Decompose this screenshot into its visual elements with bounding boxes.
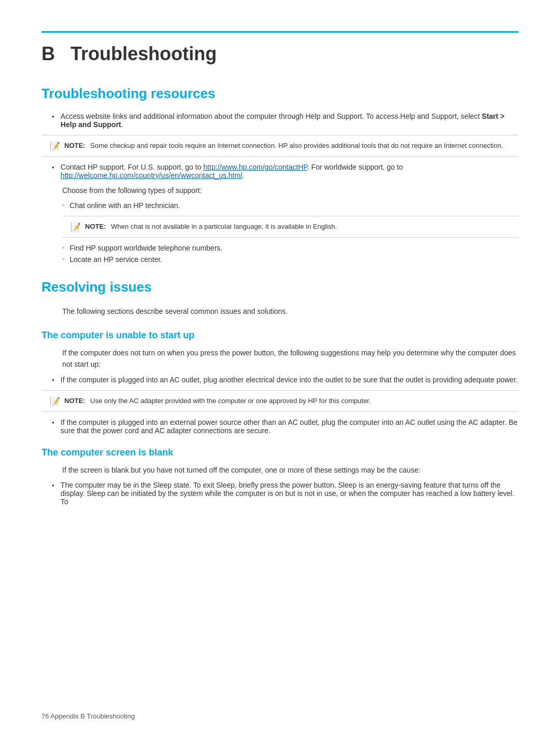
troubleshooting-resources-heading: Troubleshooting resources <box>41 86 519 102</box>
unable-to-start-list: If the computer is plugged into an AC ou… <box>41 376 519 384</box>
unable-to-start-list-2: If the computer is plugged into an exter… <box>41 418 519 435</box>
page-footer: 76 Appendix B Troubleshooting <box>41 712 135 720</box>
list-item-contact-hp: Contact HP support. For U.S. support, go… <box>41 163 519 179</box>
screen-blank-intro: If the screen is blank but you have not … <box>41 464 519 476</box>
chapter-title-text: Troubleshooting <box>71 43 217 64</box>
unable-to-start-intro: If the computer does not turn on when yo… <box>41 347 519 370</box>
troubleshooting-resources-list: Access website links and additional info… <box>41 112 519 129</box>
note-icon-3: 📝 <box>50 396 60 406</box>
screen-blank-heading: The computer screen is blank <box>41 447 519 458</box>
page-header: B Troubleshooting <box>41 31 519 65</box>
support-types-list-2: Find HP support worldwide telephone numb… <box>41 244 519 264</box>
list-item-phone: Find HP support worldwide telephone numb… <box>41 244 519 252</box>
resolving-issues-section: Resolving issues The following sections … <box>41 279 519 506</box>
note-text-1: NOTE: Some checkup and repair tools requ… <box>64 141 503 151</box>
troubleshooting-resources-list-2: Contact HP support. For U.S. support, go… <box>41 163 519 179</box>
note-box-3: 📝 NOTE: Use only the AC adapter provided… <box>41 390 519 412</box>
note-text-3: NOTE: Use only the AC adapter provided w… <box>64 396 371 406</box>
unable-to-start-subsection: The computer is unable to start up If th… <box>41 330 519 435</box>
resolving-issues-heading: Resolving issues <box>41 279 519 295</box>
chapter-title: B Troubleshooting <box>41 43 519 65</box>
footer-text: 76 Appendix B Troubleshooting <box>41 712 135 720</box>
sub-intro-text: Choose from the following types of suppo… <box>41 185 519 196</box>
list-item-service-center: Locate an HP service center. <box>41 255 519 264</box>
list-item-sleep-state: The computer may be in the Sleep state. … <box>41 481 519 506</box>
note-box-2: 📝 NOTE: When chat is not available in a … <box>62 216 519 238</box>
note-icon-1: 📝 <box>50 141 60 151</box>
contact-hp-text: Contact HP support. For U.S. support, go… <box>61 163 519 179</box>
list-item-help-support: Access website links and additional info… <box>41 112 519 129</box>
note-text-2: NOTE: When chat is not available in a pa… <box>85 222 337 232</box>
note-icon-2: 📝 <box>71 222 81 232</box>
list-item-external-power: If the computer is plugged into an exter… <box>41 418 519 435</box>
screen-blank-list: The computer may be in the Sleep state. … <box>41 481 519 506</box>
troubleshooting-resources-section: Troubleshooting resources Access website… <box>41 86 519 264</box>
chapter-letter: B <box>41 43 55 64</box>
worldwide-support-link[interactable]: http://welcome.hp.com/country/us/en/wwco… <box>61 171 242 179</box>
help-support-text: Access website links and additional info… <box>61 112 519 129</box>
resolving-issues-intro: The following sections describe several … <box>41 306 519 317</box>
list-item-ac-outlet: If the computer is plugged into an AC ou… <box>41 376 519 384</box>
list-item-chat: Chat online with an HP technician. <box>41 201 519 210</box>
note-box-1: 📝 NOTE: Some checkup and repair tools re… <box>41 135 519 157</box>
support-types-list: Chat online with an HP technician. <box>41 201 519 210</box>
contact-hp-link[interactable]: http://www.hp.com/go/contactHP <box>203 163 307 171</box>
screen-blank-subsection: The computer screen is blank If the scre… <box>41 447 519 506</box>
unable-to-start-heading: The computer is unable to start up <box>41 330 519 341</box>
